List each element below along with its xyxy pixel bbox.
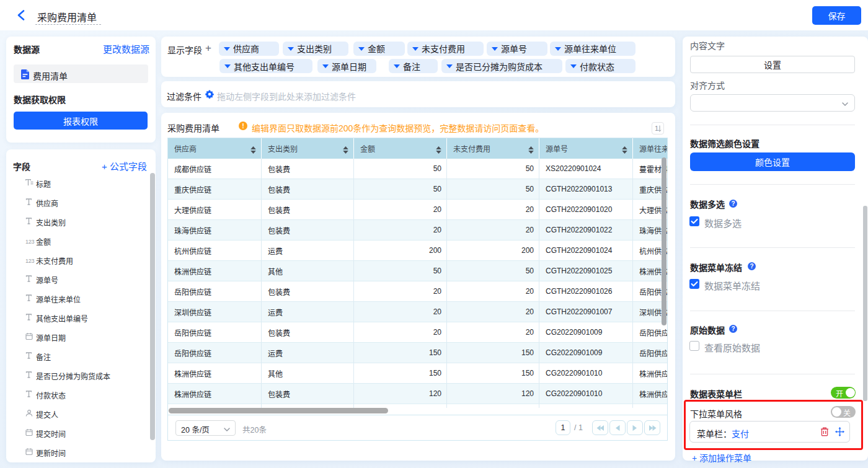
svg-text:1: 1 — [655, 125, 658, 132]
